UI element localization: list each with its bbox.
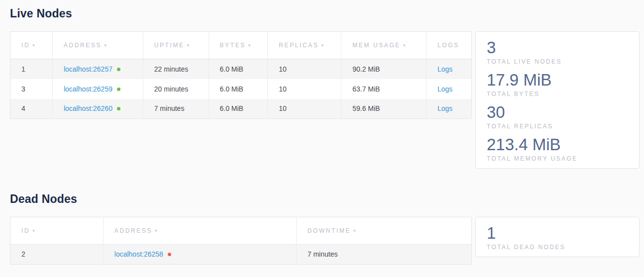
column-header-label: ADDRESS <box>64 42 102 49</box>
column-header-label: REPLICAS <box>279 42 319 49</box>
stat-total-dead-nodes: 1 TOTAL DEAD NODES <box>487 224 628 251</box>
node-address-link[interactable]: localhost:26259 <box>64 85 112 93</box>
cell-node-mem-usage: 59.6 MiB <box>341 99 427 119</box>
node-address-link[interactable]: localhost:26257 <box>64 65 112 73</box>
stat-value: 17.9 MiB <box>487 71 628 90</box>
stat-label: TOTAL MEMORY USAGE <box>487 155 628 162</box>
table-row: 4 localhost:26260 7 minutes 6.0 MiB 10 5… <box>10 99 472 119</box>
column-header-label: ID <box>21 42 30 49</box>
logs-link[interactable]: Logs <box>437 85 452 93</box>
cell-node-uptime: 22 minutes <box>143 59 209 79</box>
stat-label: TOTAL LIVE NODES <box>487 58 628 65</box>
cell-node-bytes: 6.0 MiB <box>209 79 268 99</box>
cell-node-uptime: 20 minutes <box>143 79 209 99</box>
sort-arrow-icon: ▾ <box>155 228 158 233</box>
live-nodes-summary-card: 3 TOTAL LIVE NODES 17.9 MiB TOTAL BYTES … <box>475 31 640 169</box>
dead-nodes-title: Dead Nodes <box>10 192 640 206</box>
column-header-label: LOGS <box>437 42 459 49</box>
column-header-mem-usage[interactable]: MEM USAGE▾ <box>341 32 427 59</box>
stat-total-bytes: 17.9 MiB TOTAL BYTES <box>487 71 628 97</box>
cell-node-address: localhost:26259 <box>52 79 143 99</box>
sort-arrow-icon: ▾ <box>104 43 107 48</box>
logs-link[interactable]: Logs <box>437 104 452 112</box>
column-header-address[interactable]: ADDRESS▾ <box>103 217 296 244</box>
cell-node-replicas: 10 <box>268 59 341 79</box>
node-address-link[interactable]: localhost:26260 <box>64 104 112 112</box>
cell-node-mem-usage: 63.7 MiB <box>341 79 427 99</box>
sort-arrow-icon: ▾ <box>248 43 252 48</box>
stat-value: 1 <box>487 224 628 243</box>
table-header-row: ID▾ ADDRESS▾ DOWNTIME▾ <box>10 217 472 244</box>
column-header-label: BYTES <box>220 42 246 49</box>
table-row: 1 localhost:26257 22 minutes 6.0 MiB 10 … <box>10 59 472 79</box>
dead-nodes-table: ID▾ ADDRESS▾ DOWNTIME▾ 2 localhost:26258… <box>10 217 472 265</box>
live-nodes-section: Live Nodes ID▾ ADDRESS▾ UPTIME▾ BYTES▾ R… <box>10 7 640 169</box>
cell-node-id: 1 <box>10 59 53 79</box>
column-header-replicas[interactable]: REPLICAS▾ <box>268 32 341 59</box>
cell-node-address: localhost:26257 <box>52 59 143 79</box>
column-header-label: MEM USAGE <box>352 42 401 49</box>
cell-node-bytes: 6.0 MiB <box>209 99 268 119</box>
sort-arrow-icon: ▾ <box>353 228 357 233</box>
cell-node-replicas: 10 <box>268 79 341 99</box>
live-nodes-table: ID▾ ADDRESS▾ UPTIME▾ BYTES▾ REPLICAS▾ ME… <box>10 31 472 119</box>
live-status-icon <box>117 68 120 71</box>
sort-arrow-icon: ▾ <box>32 43 36 48</box>
dead-status-icon <box>168 253 171 256</box>
sort-arrow-icon: ▾ <box>32 228 36 233</box>
cell-node-address: localhost:26258 <box>103 244 296 264</box>
stat-value: 3 <box>487 38 628 57</box>
logs-link[interactable]: Logs <box>437 65 452 73</box>
table-row: 3 localhost:26259 20 minutes 6.0 MiB 10 … <box>10 79 472 99</box>
column-header-label: UPTIME <box>154 42 185 49</box>
cell-node-id: 3 <box>10 79 53 99</box>
column-header-id[interactable]: ID▾ <box>10 32 53 59</box>
live-status-icon <box>117 88 120 91</box>
dead-nodes-section: Dead Nodes ID▾ ADDRESS▾ DOWNTIME▾ 2 <box>10 192 640 265</box>
live-status-icon <box>117 107 120 110</box>
cell-node-id: 2 <box>10 244 104 264</box>
column-header-downtime[interactable]: DOWNTIME▾ <box>296 217 471 244</box>
cell-node-logs: Logs <box>427 79 472 99</box>
cell-node-downtime: 7 minutes <box>296 244 471 264</box>
column-header-logs: LOGS <box>427 32 472 59</box>
cell-node-logs: Logs <box>427 99 472 119</box>
cell-node-address: localhost:26260 <box>52 99 143 119</box>
stat-label: TOTAL BYTES <box>487 91 628 97</box>
column-header-label: ID <box>21 227 30 234</box>
cell-node-logs: Logs <box>427 59 472 79</box>
column-header-id[interactable]: ID▾ <box>10 217 104 244</box>
stat-label: TOTAL REPLICAS <box>487 123 628 130</box>
column-header-label: ADDRESS <box>114 227 152 234</box>
stat-total-live-nodes: 3 TOTAL LIVE NODES <box>487 38 628 65</box>
stat-value: 213.4 MiB <box>487 135 628 154</box>
dead-nodes-summary-card: 1 TOTAL DEAD NODES <box>475 217 640 257</box>
stat-value: 30 <box>487 103 628 122</box>
column-header-label: DOWNTIME <box>308 227 351 234</box>
sort-arrow-icon: ▾ <box>403 43 407 48</box>
stat-total-memory-usage: 213.4 MiB TOTAL MEMORY USAGE <box>487 135 628 162</box>
table-row: 2 localhost:26258 7 minutes <box>10 244 472 264</box>
table-header-row: ID▾ ADDRESS▾ UPTIME▾ BYTES▾ REPLICAS▾ ME… <box>10 32 472 59</box>
column-header-bytes[interactable]: BYTES▾ <box>209 32 268 59</box>
column-header-uptime[interactable]: UPTIME▾ <box>143 32 209 59</box>
cell-node-bytes: 6.0 MiB <box>209 59 268 79</box>
cell-node-mem-usage: 90.2 MiB <box>341 59 427 79</box>
live-nodes-title: Live Nodes <box>10 7 640 20</box>
sort-arrow-icon: ▾ <box>187 43 191 48</box>
stat-total-replicas: 30 TOTAL REPLICAS <box>487 103 628 130</box>
cell-node-replicas: 10 <box>268 99 341 119</box>
stat-label: TOTAL DEAD NODES <box>487 244 628 251</box>
column-header-address[interactable]: ADDRESS▾ <box>52 32 143 59</box>
cell-node-id: 4 <box>10 99 53 119</box>
sort-arrow-icon: ▾ <box>321 43 324 48</box>
cell-node-uptime: 7 minutes <box>143 99 209 119</box>
node-address-link[interactable]: localhost:26258 <box>114 250 163 258</box>
